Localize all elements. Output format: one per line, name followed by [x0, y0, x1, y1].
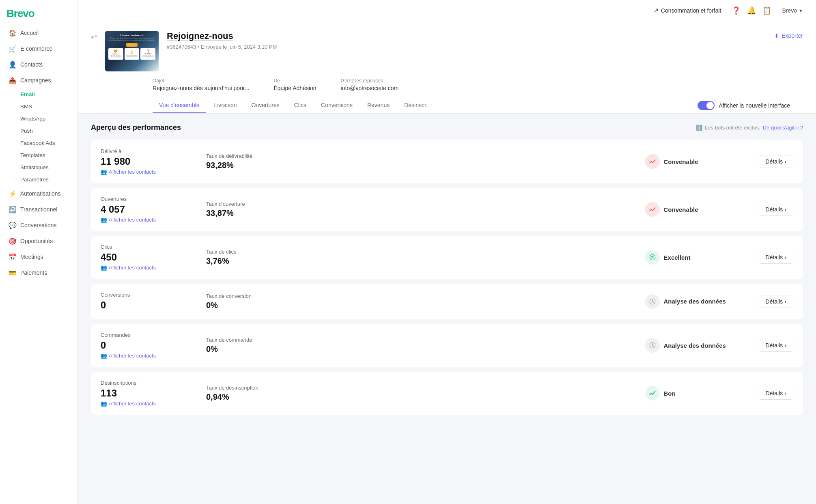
perf-row-clics: Clics 450 👥 Afficher les contacts Taux d… — [91, 236, 803, 279]
sidebar-item-label: E-commerce — [20, 45, 52, 52]
sidebar-item-label: Transactionnel — [20, 206, 57, 213]
docs-icon[interactable]: 📋 — [762, 6, 771, 15]
sidebar-item-parametres[interactable]: Paramètres — [2, 174, 75, 185]
consommation-button[interactable]: ↗ Consommation et forfait — [649, 4, 726, 17]
perf-link-cmd[interactable]: 👥 Afficher les contacts — [101, 353, 190, 359]
status-icon-ouv — [645, 202, 660, 217]
perf-link-label: Afficher les contacts — [109, 401, 156, 407]
conv-icon: 💬 — [9, 222, 16, 229]
interface-toggle[interactable] — [698, 101, 715, 110]
de-label: De — [274, 78, 316, 84]
status-text-desinscr: Bon — [664, 390, 676, 397]
sidebar-item-ecommerce[interactable]: 🛒 E-commerce — [2, 41, 75, 56]
tab-vue[interactable]: Vue d'ensemble — [153, 98, 206, 113]
perf-link-label: Afficher les contacts — [109, 353, 156, 359]
tab-desincr[interactable]: Désinscr. — [398, 98, 434, 113]
perf-value-conv: 0 — [101, 299, 190, 311]
thumb-cta: Join now — [126, 43, 138, 47]
sidebar-item-templates[interactable]: Templates — [2, 149, 75, 161]
campagnes-icon: 📤 — [9, 77, 16, 84]
detail-label: Détails — [766, 158, 783, 165]
export-label: Exporter — [782, 32, 803, 39]
sidebar-item-facebook[interactable]: Facebook Ads — [2, 137, 75, 149]
perf-value-delivre: 11 980 — [101, 156, 190, 167]
thumb-cards: 🧡 Support us You directly contribute to … — [108, 48, 155, 60]
sidebar-item-push[interactable]: Push — [2, 125, 75, 137]
sidebar-item-sms[interactable]: SMS — [2, 101, 75, 112]
sidebar-item-label: Automatisations — [20, 190, 61, 197]
sidebar-item-automatisations[interactable]: ⚡ Automatisations — [2, 186, 75, 201]
sidebar-item-transactionnel[interactable]: ↩️ Transactionnel — [2, 202, 75, 217]
status-icon-delivre — [645, 154, 660, 169]
sidebar-item-opportunites[interactable]: 🎯 Opportunités — [2, 233, 75, 249]
perf-status-clics: Excellent — [645, 250, 759, 265]
bots-text: Les bots ont été exclus. — [705, 125, 760, 131]
detail-btn-delivre[interactable]: Détails › — [759, 155, 793, 168]
rate-value-desinscr: 0,94% — [206, 392, 645, 402]
status-text-cmd: Analyse des données — [664, 342, 726, 349]
detail-btn-desinscr[interactable]: Détails › — [759, 387, 793, 400]
thumb-body: Become a part of our thriving community … — [108, 37, 155, 41]
perf-row-conv: Conversions 0 Taux de conversion 0% Anal… — [91, 284, 803, 319]
campaign-meta: #362470643 • Envoyée le juin 5, 2024 3:1… — [167, 44, 766, 50]
trans-icon: ↩️ — [9, 206, 16, 213]
sidebar-item-accueil[interactable]: 🏠 Accueil — [2, 25, 75, 41]
perf-link-delivre[interactable]: 👥 Afficher les contacts — [101, 169, 190, 175]
back-button[interactable]: ↩ — [91, 32, 97, 41]
reponses-value: info@votresociete.com — [341, 85, 399, 91]
main-content: ↗ Consommation et forfait ❓ 🔔 📋 Brevo ▾ … — [78, 0, 816, 504]
detail-btn-clics[interactable]: Détails › — [759, 251, 793, 264]
export-icon: ⬇ — [774, 32, 779, 39]
campaign-title: Rejoignez-nous — [167, 31, 766, 41]
perf-link-ouv[interactable]: 👥 Afficher les contacts — [101, 217, 190, 223]
objet-field: Objet Rejoignez-nous dès aujourd'hui pou… — [153, 78, 250, 91]
tab-conversions[interactable]: Conversions — [314, 98, 359, 113]
sidebar: Brevo 🏠 Accueil 🛒 E-commerce 👤 Contacts … — [0, 0, 78, 504]
perf-mid-cmd: Taux de commande 0% — [190, 337, 645, 354]
tab-clics[interactable]: Clics — [288, 98, 313, 113]
status-icon-desinscr — [645, 386, 660, 401]
perf-left-delivre: Délivré à 11 980 👥 Afficher les contacts — [101, 148, 190, 175]
chevron-right-icon: › — [784, 206, 786, 213]
detail-btn-conv[interactable]: Détails › — [759, 295, 793, 308]
tab-revenus[interactable]: Revenus — [361, 98, 396, 113]
contacts-icon: 👥 — [101, 169, 107, 175]
sidebar-item-campagnes[interactable]: 📤 Campagnes — [2, 73, 75, 88]
contacts-icon: 👥 — [101, 217, 107, 223]
sidebar-item-statistiques[interactable]: Statistiques — [2, 162, 75, 173]
status-text-clics: Excellent — [664, 254, 691, 261]
status-icon-cmd — [645, 338, 660, 353]
perf-link-clics[interactable]: 👥 Afficher les contacts — [101, 265, 190, 271]
perf-status-desinscr: Bon — [645, 386, 759, 401]
help-icon[interactable]: ❓ — [732, 6, 741, 15]
status-text-conv: Analyse des données — [664, 298, 726, 305]
bell-icon[interactable]: 🔔 — [747, 6, 756, 15]
detail-btn-ouv[interactable]: Détails › — [759, 203, 793, 216]
sidebar-item-email[interactable]: Email — [2, 88, 75, 100]
tab-ouvertures[interactable]: Ouvertures — [245, 98, 286, 113]
info-icon: ℹ️ — [696, 125, 702, 131]
sidebar-item-whatsapp[interactable]: WhatsApp — [2, 113, 75, 125]
rate-value-ouv: 33,87% — [206, 209, 645, 218]
campaign-id: #362470643 — [167, 44, 196, 50]
perf-link-label: Afficher les contacts — [109, 265, 156, 271]
detail-btn-cmd[interactable]: Détails › — [759, 339, 793, 352]
sidebar-item-contacts[interactable]: 👤 Contacts — [2, 57, 75, 72]
brevo-menu-button[interactable]: Brevo ▾ — [778, 5, 806, 16]
tab-livraison[interactable]: Livraison — [207, 98, 243, 113]
perf-label-clics: Clics — [101, 244, 190, 250]
bots-link[interactable]: De quoi s'agit-il ? — [763, 125, 803, 131]
perf-link-desinscr[interactable]: 👥 Afficher les contacts — [101, 401, 190, 407]
pay-icon: 💳 — [9, 269, 16, 276]
rate-label-delivre: Taux de délivrabilité — [206, 153, 645, 159]
sidebar-item-paiements[interactable]: 💳 Paiements — [2, 265, 75, 280]
perf-value-desinscr: 113 — [101, 388, 190, 399]
sidebar-item-meetings[interactable]: 📅 Meetings — [2, 249, 75, 265]
chevron-right-icon: › — [784, 158, 786, 165]
perf-status-cmd: Analyse des données — [645, 338, 759, 353]
reponses-label: Gérez les réponses — [341, 78, 399, 84]
perf-row-delivre: Délivré à 11 980 👥 Afficher les contacts… — [91, 140, 803, 183]
content-area: Aperçu des performances ℹ️ Les bots ont … — [78, 114, 816, 429]
export-button[interactable]: ⬇ Exporter — [774, 32, 803, 39]
sidebar-item-conversations[interactable]: 💬 Conversations — [2, 218, 75, 233]
